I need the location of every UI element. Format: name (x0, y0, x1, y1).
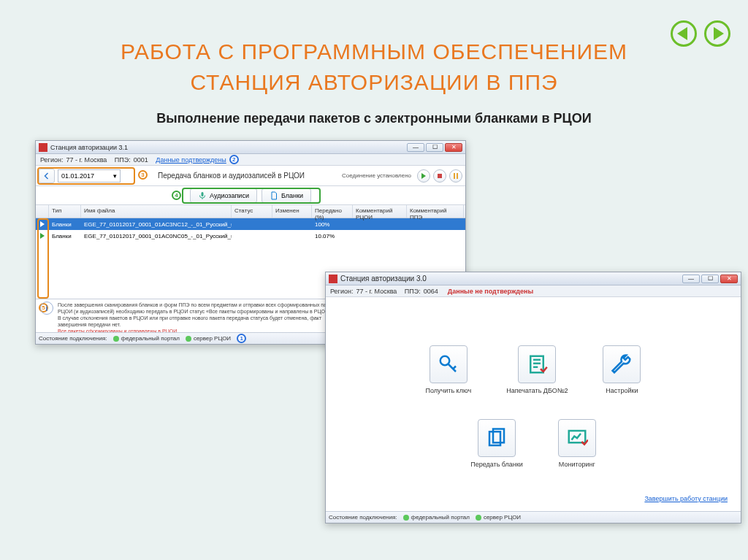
col-comment-rcoi[interactable]: Комментарий РЦОИ (353, 205, 407, 218)
status-rcoi: сервер РЦОИ (194, 335, 231, 342)
shutdown-link[interactable]: Завершить работу станции (644, 495, 728, 502)
ppe-value: 0064 (424, 288, 438, 295)
cell-type: Бланки (49, 221, 81, 228)
pause-button[interactable] (449, 169, 462, 183)
table-row[interactable]: Бланки EGE_77_01012017_0001_01AC3NC12_-_… (36, 218, 465, 230)
play-button[interactable] (417, 169, 430, 183)
maximize-button[interactable]: ☐ (426, 143, 443, 152)
triangle-right-icon (714, 27, 724, 40)
app-icon (329, 275, 337, 283)
cell-percent: 100% (312, 221, 353, 228)
region-value: 77 - г. Москва (356, 288, 397, 295)
footer-note-1: После завершения сканирования бланков и … (58, 302, 351, 315)
pause-icon (452, 172, 459, 180)
region-value: 77 - г. Москва (66, 156, 107, 164)
table-row[interactable]: Бланки EGE_77_01012017_0001_01AC0NC05_-_… (36, 230, 465, 242)
triangle-left-icon (677, 27, 687, 40)
led-green-icon (403, 515, 409, 521)
maximize-button[interactable]: ☐ (701, 275, 719, 283)
menu-label: Передать бланки (470, 461, 523, 468)
window-main-menu: Станция авторизации 3.0 — ☐ ✕ Регион: 77… (325, 272, 741, 523)
menu-label: Получить ключ (426, 387, 472, 394)
footer-note-2: В случае отклонения пакетов в РЦОИ или п… (58, 315, 351, 328)
cell-percent: 10.07% (312, 233, 353, 239)
annotation-2-icon: 2 (229, 155, 239, 164)
titlebar[interactable]: Станция авторизации 3.1 — ☐ ✕ (36, 141, 465, 154)
titlebar[interactable]: Станция авторизации 3.0 — ☐ ✕ (326, 272, 741, 285)
status-federal: федеральный портал (121, 335, 180, 342)
annotation-5-outline (37, 218, 49, 299)
stop-button[interactable] (433, 169, 446, 183)
status-federal: федеральный портал (411, 514, 470, 521)
menu-label: Напечатать ДБО№2 (506, 387, 568, 394)
close-button[interactable]: ✕ (720, 275, 738, 283)
close-button[interactable]: ✕ (445, 143, 462, 152)
app-icon (39, 143, 47, 152)
col-status[interactable]: Статус (232, 205, 272, 218)
monitor-icon (566, 427, 588, 449)
annotation-4-icon: 4 (172, 191, 181, 200)
status-label: Состояние подключения: (329, 514, 397, 521)
status-bar: Состояние подключения: федеральный порта… (326, 511, 741, 523)
toolbar-title: Передача бланков и аудиозаписей в РЦОИ (123, 172, 339, 180)
play-icon (420, 172, 427, 180)
window-title: Станция авторизации 3.0 (340, 275, 682, 283)
annotation-1-icon: 1 (237, 334, 246, 343)
led-green-icon (476, 515, 481, 521)
minimize-button[interactable]: — (407, 143, 424, 152)
col-comment-ppe[interactable]: Комментарий ППЭ (407, 205, 464, 218)
status-rcoi: сервер РЦОИ (484, 514, 521, 521)
prev-slide-button[interactable] (671, 20, 697, 47)
menu-get-key[interactable]: Получить ключ (426, 345, 472, 394)
annotation-3-outline (37, 167, 135, 185)
table-header: Тип Имя файла Статус Изменен Передано (%… (36, 205, 465, 218)
menu-settings[interactable]: Настройки (603, 345, 641, 394)
svg-rect-1 (454, 173, 455, 179)
info-icon: i (40, 302, 53, 315)
info-bar: Регион: 77 - г. Москва ППЭ: 0001 Данные … (36, 154, 465, 166)
print-icon (526, 353, 548, 375)
slide-subtitle: Выполнение передачи пакетов с электронны… (0, 111, 748, 126)
ppe-label: ППЭ: (405, 288, 421, 295)
slide-title-line1: РАБОТА С ПРОГРАММНЫМ ОБЕСПЕЧЕНИЕМ (0, 37, 748, 67)
cell-file: EGE_77_01012017_0001_01AC0NC05_-_01_Русс… (81, 233, 232, 239)
annotation-4-outline (182, 188, 321, 204)
next-slide-button[interactable] (704, 20, 730, 47)
connection-status: Соединение установлено (342, 172, 411, 179)
info-bar: Регион: 77 - г. Москва ППЭ: 0064 Данные … (326, 285, 741, 297)
ppe-label: ППЭ: (115, 156, 131, 164)
svg-rect-0 (438, 174, 442, 178)
led-green-icon (186, 336, 191, 342)
annotation-3-icon: 3 (138, 170, 148, 180)
documents-icon (486, 427, 508, 449)
col-type[interactable]: Тип (49, 205, 81, 218)
window-title: Станция авторизации 3.1 (50, 144, 407, 151)
cell-type: Бланки (49, 233, 81, 239)
col-file[interactable]: Имя файла (81, 205, 232, 218)
led-green-icon (113, 336, 119, 342)
minimize-button[interactable]: — (682, 275, 700, 283)
menu-area: Получить ключ Напечатать ДБО№2 Настройки… (326, 345, 741, 468)
col-changed[interactable]: Изменен (272, 205, 312, 218)
stop-icon (436, 172, 443, 180)
svg-rect-2 (457, 173, 458, 179)
key-icon (438, 353, 459, 375)
slide-title: РАБОТА С ПРОГРАММНЫМ ОБЕСПЕЧЕНИЕМ СТАНЦИ… (0, 0, 748, 98)
slide-title-line2: СТАНЦИЯ АВТОРИЗАЦИИ В ППЭ (0, 67, 748, 98)
menu-send-blanks[interactable]: Передать бланки (470, 419, 523, 468)
status-label: Состояние подключения: (39, 335, 107, 342)
region-label: Регион: (330, 288, 353, 295)
menu-label: Настройки (606, 387, 638, 394)
menu-monitoring[interactable]: Мониторинг (558, 419, 596, 468)
cell-file: EGE_77_01012017_0001_01AC3NC12_-_01_Русс… (81, 221, 232, 228)
col-transferred[interactable]: Передано (%) (312, 205, 353, 218)
data-not-confirmed: Данные не подтверждены (448, 288, 533, 295)
data-confirmed-link[interactable]: Данные подтверждены (156, 156, 226, 164)
wrench-icon (611, 353, 633, 375)
ppe-value: 0001 (134, 156, 148, 164)
filter-row: Аудиозаписи Бланки 4 (36, 186, 465, 205)
region-label: Регион: (40, 156, 63, 164)
menu-print[interactable]: Напечатать ДБО№2 (506, 345, 568, 394)
menu-label: Мониторинг (559, 461, 595, 468)
